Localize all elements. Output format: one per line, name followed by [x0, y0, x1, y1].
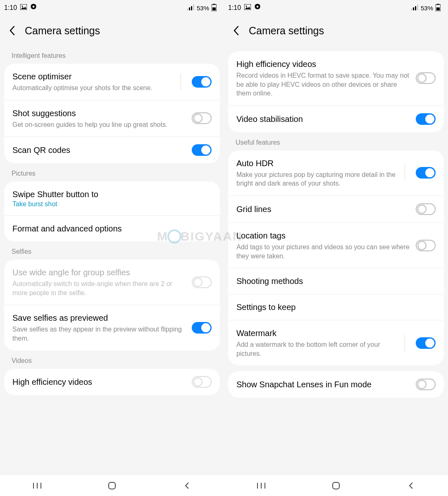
loc-toggle[interactable]	[416, 240, 436, 251]
row-keep[interactable]: Settings to keep	[228, 294, 444, 320]
gear-icon	[30, 4, 37, 12]
hdr-toggle[interactable]	[416, 167, 436, 179]
row-wide-angle[interactable]: Use wide angle for group selfies Automat…	[4, 260, 220, 305]
signal-icon	[187, 5, 194, 12]
row-grid[interactable]: Grid lines	[228, 196, 444, 222]
wm-toggle[interactable]	[416, 337, 436, 349]
picture-icon-r	[244, 4, 251, 12]
snap-toggle[interactable]	[416, 379, 436, 390]
hev-title: High efficiency videos	[236, 59, 411, 69]
row-stabilisation[interactable]: Video stabilisation	[228, 105, 444, 132]
scene-title: Scene optimiser	[12, 71, 174, 82]
row-hev-left[interactable]: High efficiency videos	[4, 369, 220, 395]
shot-toggle[interactable]	[192, 112, 212, 124]
shoot-title: Shooting methods	[236, 276, 436, 286]
svg-rect-4	[189, 7, 190, 10]
header-r: Camera settings	[224, 16, 448, 45]
section-useful: Useful features	[224, 132, 448, 150]
hev-sub: Record videos in HEVC format to save spa…	[236, 71, 411, 98]
nav-bar-r	[224, 475, 448, 496]
nav-home[interactable]	[104, 479, 120, 492]
save-sub: Save selfies as they appear in the previ…	[12, 325, 187, 343]
wm-title: Watermark	[236, 328, 398, 339]
wide-sub: Automatically switch to wide-angle when …	[12, 279, 187, 297]
svg-rect-23	[436, 7, 440, 10]
row-location[interactable]: Location tags Add tags to your pictures …	[228, 222, 444, 268]
status-time: 1:10	[4, 4, 17, 12]
hev-title-left: High efficiency videos	[12, 377, 187, 387]
back-icon[interactable]	[9, 25, 17, 36]
row-format[interactable]: Format and advanced options	[4, 215, 220, 241]
grid-toggle[interactable]	[416, 203, 436, 215]
hev-toggle-left[interactable]	[192, 376, 212, 388]
status-time-r: 1:10	[228, 4, 241, 12]
row-hev[interactable]: High efficiency videos Record videos in …	[228, 51, 444, 105]
swipe-value: Take burst shot	[12, 200, 212, 208]
svg-rect-5	[191, 6, 192, 10]
divider-r	[405, 165, 405, 181]
screen-left: 1:10 53% Camera settings Intelligent fea…	[0, 0, 224, 496]
row-shot-suggestions[interactable]: Shot suggestions Get on-screen guides to…	[4, 100, 220, 137]
screen-right: 1:10 53% Camera settings High efficiency…	[224, 0, 448, 496]
nav-recents[interactable]	[29, 479, 45, 492]
save-title: Save selfies as previewed	[12, 312, 187, 323]
svg-point-15	[246, 6, 247, 7]
hev-toggle[interactable]	[416, 72, 436, 84]
loc-title: Location tags	[236, 230, 411, 241]
nav-back-r[interactable]	[403, 479, 419, 492]
save-toggle[interactable]	[192, 322, 212, 334]
picture-icon	[20, 4, 27, 12]
svg-point-16	[257, 6, 259, 8]
svg-point-1	[22, 6, 23, 7]
svg-rect-18	[413, 7, 414, 10]
section-videos: Videos	[0, 351, 224, 369]
back-icon-r[interactable]	[233, 25, 241, 36]
nav-back[interactable]	[179, 479, 195, 492]
row-qr[interactable]: Scan QR codes	[4, 136, 220, 163]
svg-rect-20	[417, 5, 418, 10]
divider	[181, 74, 181, 90]
row-shooting[interactable]: Shooting methods	[228, 268, 444, 294]
qr-toggle[interactable]	[192, 144, 212, 156]
svg-point-2	[33, 6, 35, 8]
svg-rect-19	[415, 6, 416, 10]
battery-percent: 53%	[197, 5, 209, 12]
row-snapchat[interactable]: Show Snapchat Lenses in Fun mode	[228, 371, 444, 398]
battery-icon	[212, 4, 217, 12]
row-hdr[interactable]: Auto HDR Make your pictures pop by captu…	[228, 150, 444, 196]
section-selfies: Selfies	[0, 241, 224, 260]
scene-toggle[interactable]	[192, 76, 212, 88]
nav-recents-r[interactable]	[253, 479, 269, 492]
row-swipe-shutter[interactable]: Swipe Shutter button to Take burst shot	[4, 181, 220, 215]
section-pictures: Pictures	[0, 163, 224, 181]
svg-rect-17	[411, 9, 412, 10]
snap-title: Show Snapchat Lenses in Fun mode	[236, 379, 411, 390]
nav-home-r[interactable]	[328, 479, 344, 492]
wide-toggle[interactable]	[192, 277, 212, 288]
format-title: Format and advanced options	[12, 223, 212, 234]
battery-icon-r	[436, 4, 441, 12]
battery-percent-r: 53%	[421, 5, 433, 12]
stab-title: Video stabilisation	[236, 114, 411, 124]
svg-rect-13	[109, 482, 115, 489]
swipe-title: Swipe Shutter button to	[12, 189, 212, 200]
status-bar: 1:10 53%	[0, 0, 224, 16]
svg-rect-27	[333, 482, 339, 489]
status-bar-r: 1:10 53%	[224, 0, 448, 16]
stab-toggle[interactable]	[416, 113, 436, 125]
row-save-selfies[interactable]: Save selfies as previewed Save selfies a…	[4, 305, 220, 350]
qr-title: Scan QR codes	[12, 145, 187, 155]
nav-bar	[0, 475, 224, 496]
row-scene-optimiser[interactable]: Scene optimiser Automatically optimise y…	[4, 64, 220, 100]
signal-icon-r	[411, 5, 418, 12]
row-watermark[interactable]: Watermark Add a watermark to the bottom …	[228, 320, 444, 365]
svg-rect-3	[187, 9, 188, 10]
shot-title: Shot suggestions	[12, 108, 187, 119]
section-intelligent: Intelligent features	[0, 45, 224, 64]
svg-rect-6	[193, 5, 194, 10]
scene-sub: Automatically optimise your shots for th…	[12, 83, 174, 93]
shot-sub: Get on-screen guides to help you line up…	[12, 120, 187, 129]
keep-title: Settings to keep	[236, 302, 436, 312]
page-title: Camera settings	[25, 25, 100, 37]
hdr-title: Auto HDR	[236, 158, 398, 169]
